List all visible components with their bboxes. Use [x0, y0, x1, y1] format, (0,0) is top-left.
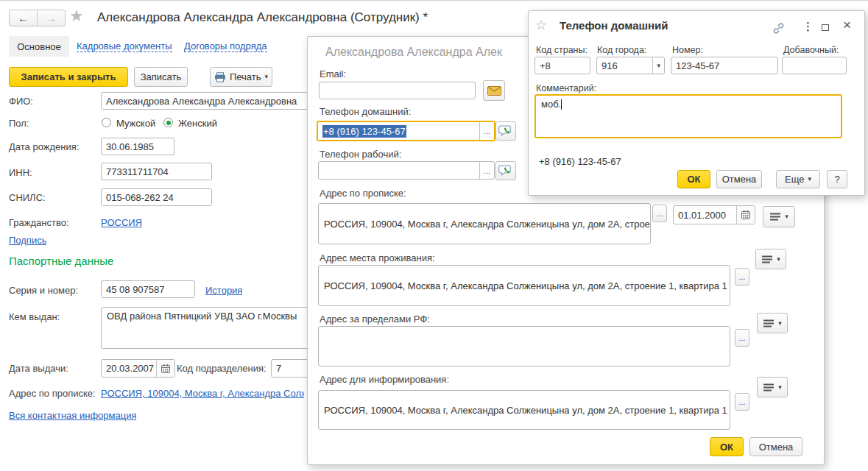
all-contacts-link[interactable]: Вся контактная информация [9, 411, 136, 421]
page-title: Александрова Александра Александровна (С… [97, 10, 428, 25]
contact-cancel-button[interactable]: Отмена [749, 437, 802, 456]
addr-living-menu-button[interactable]: ▾ [755, 249, 786, 269]
calendar-icon[interactable] [156, 360, 174, 377]
hamburger-icon [769, 212, 781, 222]
hamburger-icon [763, 319, 775, 328]
caret-down-icon: ▾ [777, 256, 780, 263]
back-arrow-icon: ← [18, 12, 29, 24]
issued-by-textarea[interactable]: ОВД района Пятницкий УВД ЗАО г.Москвы [101, 307, 314, 349]
gender-female-radio[interactable] [163, 118, 173, 127]
phone-home-ellipsis-button[interactable]: ... [479, 122, 494, 140]
addr-foreign-ellipsis-button[interactable]: ... [735, 329, 749, 347]
phone-work-input[interactable]: ... [318, 161, 495, 180]
caret-down-icon: ▾ [808, 176, 811, 183]
addr-reg-date-input[interactable]: 01.01.2000 [673, 205, 755, 224]
country-code-label: Код страны: [536, 45, 588, 55]
more-dots-icon[interactable]: ⋮ [802, 20, 814, 33]
phone-ok-button[interactable]: ОК [677, 170, 710, 188]
nav-forward-button[interactable]: → [38, 10, 65, 26]
link-icon[interactable] [772, 22, 785, 35]
close-icon[interactable]: × [843, 17, 851, 33]
addr-living-textarea[interactable]: РОССИЯ, 109004, Москва г, Александра Сол… [318, 265, 730, 306]
window-top-border [0, 0, 868, 1]
addr-living-ellipsis-button[interactable]: ... [735, 268, 749, 286]
comment-textarea[interactable]: моб. [534, 94, 842, 138]
save-close-button[interactable]: Записать и закрыть [9, 67, 128, 87]
phone-work-ellipsis-button[interactable]: ... [479, 162, 494, 179]
phone-more-button[interactable]: Еще ▾ [776, 170, 820, 188]
snils-input[interactable]: 015-068-262 24 [101, 188, 212, 206]
birth-date-input[interactable]: 30.06.1985 [101, 138, 174, 155]
extension-input[interactable] [782, 57, 847, 74]
tab-contracts[interactable]: Договоры подряда [184, 41, 267, 52]
gender-label: Пол: [9, 118, 29, 129]
addr-info-menu-button[interactable]: ▾ [757, 377, 788, 397]
addr-foreign-menu-button[interactable]: ▾ [757, 313, 788, 333]
gender-male-radio[interactable] [102, 118, 111, 127]
tab-main-label: Основное [17, 41, 61, 52]
fio-input[interactable]: Александрова Александра Александровна [101, 92, 314, 110]
phone-home-label: Телефон домашний: [320, 107, 411, 117]
addr-reg-ellipsis-button[interactable]: ... [652, 205, 667, 222]
city-code-dropdown-button[interactable]: ▾ [652, 57, 664, 74]
printer-icon [214, 72, 226, 82]
issue-date-input[interactable]: 20.03.2007 [101, 359, 175, 378]
tab-main[interactable]: Основное [9, 36, 69, 57]
gender-female-label[interactable]: Женский [178, 118, 217, 129]
passport-history-link[interactable]: История [205, 286, 242, 296]
app-screen: ← → ★ Александрова Александра Александро… [0, 0, 868, 471]
caret-down-icon: ▾ [778, 384, 782, 391]
calendar-icon[interactable] [736, 206, 755, 224]
dept-code-label: Код подразделения: [177, 364, 267, 374]
tab-hr-documents[interactable]: Кадровые документы [77, 41, 172, 52]
caret-down-icon: ▾ [657, 63, 660, 69]
issue-date-label: Дата выдачи: [9, 364, 68, 374]
citizenship-link[interactable]: РОССИЯ [101, 218, 142, 228]
send-email-button[interactable] [483, 80, 505, 101]
phone-home-input[interactable]: +8 (916) 123-45-67 ... [317, 121, 495, 141]
print-button[interactable]: Печать ▾ [210, 67, 272, 87]
birth-date-label: Дата рождения: [9, 142, 79, 152]
number-input[interactable]: 123-45-67 [671, 57, 778, 74]
more-label: Еще [785, 174, 804, 185]
addr-reg-textarea[interactable]: РОССИЯ, 109004, Москва г, Александра Сол… [318, 203, 651, 244]
phone-work-call-button[interactable] [495, 161, 516, 180]
comment-label: Комментарий: [536, 83, 596, 93]
country-code-input[interactable]: +8 [534, 57, 590, 74]
gender-male-label[interactable]: Мужской [116, 118, 155, 129]
addr-foreign-textarea[interactable] [318, 326, 730, 366]
extension-label: Добавочный: [783, 45, 839, 55]
passport-series-input[interactable]: 45 08 907587 [101, 280, 195, 298]
issued-by-label: Кем выдан: [9, 312, 60, 322]
addr-reg-menu-button[interactable]: ▾ [763, 206, 795, 227]
reg-address-link[interactable]: РОССИЯ, 109004, Москва г, Александра Сол… [101, 389, 304, 399]
save-button[interactable]: Записать [134, 67, 188, 87]
inn-input[interactable]: 773311711704 [101, 163, 212, 180]
phone-bubble-icon [498, 125, 513, 138]
phone-help-button[interactable]: ? [827, 170, 847, 188]
signature-link[interactable]: Подпись [9, 236, 46, 246]
addr-living-label: Адрес места проживания: [320, 253, 435, 263]
phone-work-label: Телефон рабочий: [320, 149, 401, 160]
snils-label: СНИЛС: [9, 193, 46, 203]
nav-buttons: ← → [9, 10, 66, 26]
phone-home-call-button[interactable] [495, 121, 516, 141]
issue-date-value: 20.03.2007 [106, 363, 154, 374]
email-input[interactable] [319, 82, 476, 99]
addr-foreign-label: Адрес за пределами РФ: [320, 314, 430, 325]
contact-ok-button[interactable]: ОК [710, 437, 744, 456]
hamburger-icon [761, 255, 773, 264]
nav-back-button[interactable]: ← [10, 10, 38, 26]
addr-info-label: Адрес для информирования: [320, 375, 449, 385]
forward-arrow-icon: → [46, 12, 57, 24]
fio-label: ФИО: [9, 96, 33, 107]
phone-cancel-button[interactable]: Отмена [716, 170, 762, 188]
favorite-star-outline-icon[interactable]: ☆ [535, 17, 547, 33]
addr-info-textarea[interactable]: РОССИЯ, 109004, Москва г, Александра Сол… [318, 390, 730, 430]
citizenship-label: Гражданство: [9, 218, 69, 228]
addr-reg-label: Адрес по прописке: [320, 188, 406, 199]
maximize-icon[interactable] [822, 24, 829, 31]
favorite-star-icon[interactable]: ★ [69, 7, 84, 26]
city-code-combo[interactable]: 916 ▾ [596, 57, 665, 74]
addr-info-ellipsis-button[interactable]: ... [735, 393, 749, 411]
